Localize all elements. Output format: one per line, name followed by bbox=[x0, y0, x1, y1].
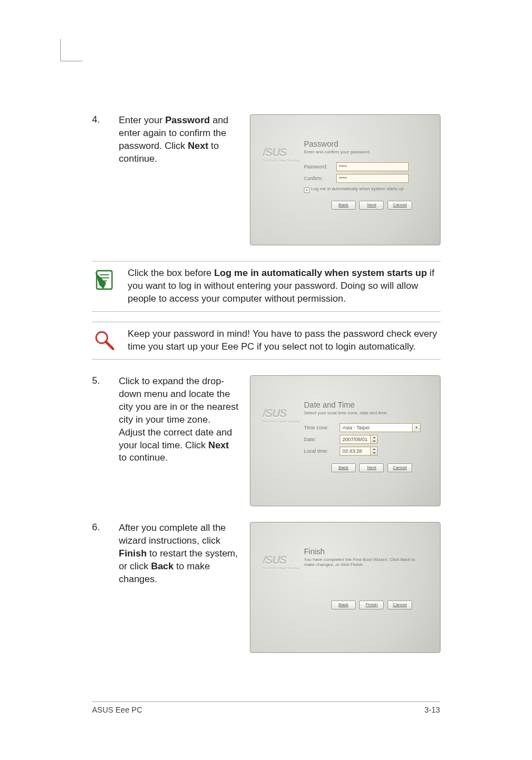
date-row: Date: 2007/08/01 bbox=[304, 435, 423, 444]
asus-logo: /SUS Rock Solid · Heart Touching bbox=[263, 407, 299, 423]
note-keep-password: Keep your password in mind! You have to … bbox=[92, 322, 441, 360]
note-icon bbox=[92, 328, 118, 354]
bold: Log me in automatically when system star… bbox=[214, 268, 427, 278]
confirm-label: Confirm: bbox=[304, 176, 336, 181]
footer-right: 3-13 bbox=[424, 705, 440, 714]
bold: Finish bbox=[119, 548, 147, 559]
step-6: 6. After you complete all the wizard ins… bbox=[92, 522, 441, 653]
password-row: Password: **** bbox=[304, 162, 423, 171]
date-value: 2007/08/01 bbox=[342, 437, 367, 442]
crop-mark bbox=[60, 39, 83, 61]
asus-logo: /SUS Rock Solid · Heart Touching bbox=[263, 146, 299, 162]
back-button[interactable]: Back bbox=[331, 463, 356, 472]
panel-title: Finish bbox=[304, 547, 423, 556]
page-content: 4. Enter your Password and enter again t… bbox=[92, 114, 441, 669]
panel-title: Password bbox=[304, 139, 423, 148]
bold: Password bbox=[165, 115, 210, 125]
panel-subtitle: You have completed the First Boot Wizard… bbox=[304, 557, 423, 567]
wizard-panel: Finish You have completed the First Boot… bbox=[304, 547, 423, 609]
next-button[interactable]: Next bbox=[359, 463, 384, 472]
logo-text: /SUS bbox=[263, 554, 287, 566]
password-label: Password: bbox=[304, 164, 336, 170]
confirm-row: Confirm: **** bbox=[304, 174, 423, 183]
step-instruction: Enter your Password and enter again to c… bbox=[119, 114, 239, 166]
autologin-label: Log me in automatically when system star… bbox=[311, 186, 404, 191]
btn-label: Back bbox=[338, 465, 349, 470]
notepad-icon bbox=[93, 268, 117, 292]
time-value: 02:43:28 bbox=[342, 448, 362, 454]
step-instruction: After you complete all the wizard instru… bbox=[119, 522, 239, 586]
btn-label: Finish bbox=[366, 602, 378, 607]
autologin-row: xLog me in automatically when system sta… bbox=[304, 186, 423, 193]
btn-label: Back bbox=[338, 602, 349, 607]
footer-left: ASUS Eee PC bbox=[92, 705, 142, 714]
spinner-arrows-icon[interactable] bbox=[370, 435, 377, 443]
cancel-button[interactable]: Cancel bbox=[388, 463, 412, 472]
magnifier-icon bbox=[93, 328, 117, 353]
screenshot-password: /SUS Rock Solid · Heart Touching Passwor… bbox=[250, 114, 441, 245]
step-4: 4. Enter your Password and enter again t… bbox=[92, 114, 441, 245]
bold: Next bbox=[209, 440, 229, 451]
btn-label: Cancel bbox=[393, 202, 407, 207]
bold: Back bbox=[151, 561, 174, 572]
button-bar: Back Next Cancel bbox=[304, 463, 423, 472]
cancel-button[interactable]: Cancel bbox=[388, 601, 412, 609]
panel-subtitle: Select your local time zone, date and ti… bbox=[304, 410, 423, 415]
note-icon bbox=[92, 267, 118, 293]
step-number: 5. bbox=[92, 375, 108, 386]
chevron-down-icon: ▾ bbox=[412, 424, 420, 432]
time-row: Local time: 02:43:28 bbox=[304, 447, 423, 456]
btn-label: Cancel bbox=[393, 602, 407, 607]
note-automatic-login: Click the box before Log me in automatic… bbox=[92, 261, 441, 312]
date-label: Date: bbox=[304, 437, 340, 442]
page-footer: ASUS Eee PC 3-13 bbox=[92, 701, 440, 714]
svg-line-5 bbox=[106, 342, 113, 349]
timezone-row: Time zone: Asia - Taipei ▾ bbox=[304, 423, 423, 432]
btn-label: Next bbox=[367, 202, 376, 207]
password-input[interactable]: **** bbox=[336, 162, 409, 171]
note-text: Keep your password in mind! You have to … bbox=[128, 328, 441, 354]
bold: Next bbox=[188, 141, 209, 151]
step-number: 4. bbox=[92, 114, 108, 125]
text: Enter your bbox=[119, 115, 165, 125]
time-label: Local time: bbox=[304, 448, 340, 454]
logo-tagline: Rock Solid · Heart Touching bbox=[263, 159, 299, 162]
wizard-panel: Date and Time Select your local time zon… bbox=[304, 400, 423, 472]
button-bar: Back Next Cancel bbox=[304, 201, 423, 210]
text: Click the box before bbox=[128, 268, 214, 278]
back-button[interactable]: Back bbox=[331, 201, 356, 210]
confirm-input[interactable]: **** bbox=[336, 174, 409, 183]
cancel-button[interactable]: Cancel bbox=[388, 201, 412, 210]
logo-text: /SUS bbox=[263, 146, 287, 158]
btn-label: Cancel bbox=[393, 465, 407, 470]
asus-logo: /SUS Rock Solid · Heart Touching bbox=[263, 554, 299, 570]
screenshot-datetime: /SUS Rock Solid · Heart Touching Date an… bbox=[250, 375, 441, 506]
spinner-arrows-icon[interactable] bbox=[370, 447, 377, 455]
button-bar: Back Finish Cancel bbox=[304, 601, 423, 609]
logo-tagline: Rock Solid · Heart Touching bbox=[263, 420, 299, 423]
timezone-value: Asia - Taipei bbox=[342, 425, 370, 430]
date-spinner[interactable]: 2007/08/01 bbox=[340, 435, 378, 444]
back-button[interactable]: Back bbox=[331, 601, 356, 609]
btn-label: Back bbox=[338, 202, 349, 207]
panel-title: Date and Time bbox=[304, 400, 423, 409]
logo-text: /SUS bbox=[263, 407, 287, 419]
text: After you complete all the wizard instru… bbox=[119, 522, 226, 546]
note-text: Click the box before Log me in automatic… bbox=[128, 267, 441, 306]
finish-button[interactable]: Finish bbox=[359, 601, 384, 609]
btn-label: Next bbox=[367, 465, 376, 470]
panel-subtitle: Enter and confirm your password. bbox=[304, 149, 423, 154]
step-5: 5. Click to expand the drop-down menu an… bbox=[92, 375, 441, 506]
logo-tagline: Rock Solid · Heart Touching bbox=[263, 567, 299, 570]
text: to continue. bbox=[119, 452, 168, 463]
timezone-select[interactable]: Asia - Taipei ▾ bbox=[340, 423, 420, 432]
next-button[interactable]: Next bbox=[359, 201, 384, 210]
step-instruction: Click to expand the drop-down menu and l… bbox=[119, 375, 239, 465]
autologin-checkbox[interactable]: x bbox=[304, 187, 309, 193]
wizard-panel: Password Enter and confirm your password… bbox=[304, 139, 423, 210]
screenshot-finish: /SUS Rock Solid · Heart Touching Finish … bbox=[250, 522, 441, 653]
text: Click to expand the drop-down menu and l… bbox=[119, 376, 239, 451]
time-spinner[interactable]: 02:43:28 bbox=[340, 447, 378, 456]
timezone-label: Time zone: bbox=[304, 425, 340, 430]
step-number: 6. bbox=[92, 522, 108, 533]
